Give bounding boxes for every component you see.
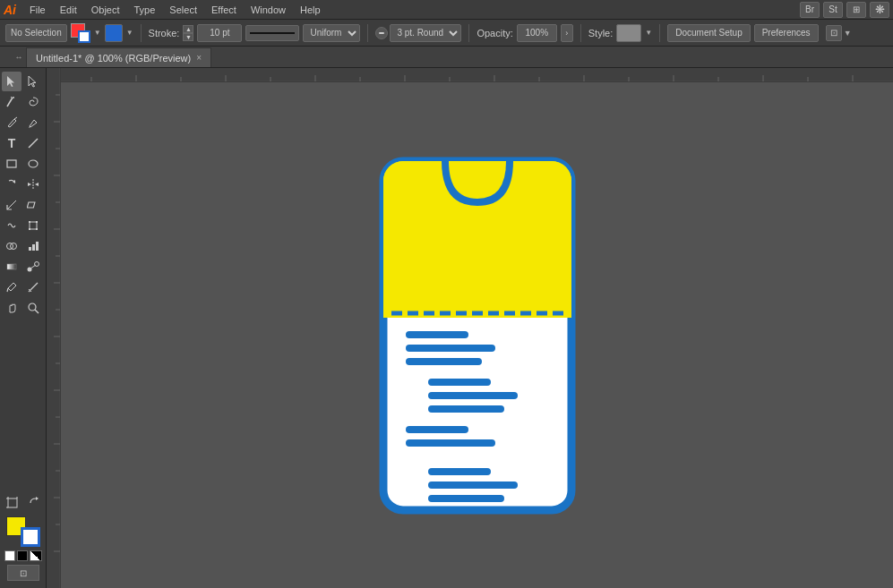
svg-line-29 bbox=[7, 288, 8, 292]
main-layout: T bbox=[0, 68, 893, 588]
cloud-icon-btn[interactable]: ❋ bbox=[870, 2, 889, 18]
tool-zoom[interactable] bbox=[23, 298, 43, 318]
stroke-cap-icon[interactable] bbox=[375, 27, 388, 39]
tool-eyedropper[interactable] bbox=[2, 277, 21, 297]
sep4 bbox=[580, 24, 581, 42]
stroke-color-inner[interactable] bbox=[78, 30, 90, 43]
document-tab[interactable]: Untitled-1* @ 100% (RGB/Preview) × bbox=[26, 47, 211, 67]
stroke-color-box[interactable] bbox=[105, 24, 123, 42]
stroke-cap-select[interactable]: 3 pt. Round bbox=[390, 24, 461, 42]
opacity-input[interactable] bbox=[517, 24, 557, 42]
stroke-indicator[interactable] bbox=[21, 527, 40, 547]
tool-free-transform[interactable] bbox=[23, 216, 43, 235]
badge-illustration bbox=[379, 157, 576, 515]
fill-stroke-color[interactable] bbox=[71, 23, 90, 43]
svg-marker-12 bbox=[35, 183, 39, 186]
tool-direct-selection[interactable] bbox=[23, 72, 43, 91]
tool-lasso[interactable] bbox=[23, 92, 43, 112]
menu-effect[interactable]: Effect bbox=[205, 3, 243, 17]
tool-artboard[interactable] bbox=[3, 493, 22, 513]
tool-row-10 bbox=[2, 257, 44, 277]
color-mode-row bbox=[4, 550, 42, 561]
tool-scale[interactable] bbox=[2, 195, 21, 215]
tool-pen[interactable] bbox=[2, 113, 21, 132]
menu-type[interactable]: Type bbox=[128, 3, 162, 17]
tab-scroll-left[interactable]: ↔ bbox=[12, 47, 26, 67]
stroke-down-arrow[interactable]: ▼ bbox=[183, 33, 193, 41]
tool-measure[interactable] bbox=[23, 277, 43, 297]
ruler-left bbox=[47, 68, 61, 588]
svg-rect-93 bbox=[428, 481, 518, 489]
bridge-icon-btn[interactable]: Br bbox=[800, 2, 820, 18]
sep5 bbox=[659, 24, 660, 42]
tool-shear[interactable] bbox=[23, 195, 43, 215]
menu-file[interactable]: File bbox=[23, 3, 52, 17]
sep1 bbox=[141, 24, 142, 42]
screen-mode-btn[interactable]: ⊡ bbox=[7, 565, 39, 581]
artboard-container bbox=[61, 82, 893, 588]
svg-rect-86 bbox=[406, 358, 482, 365]
svg-rect-85 bbox=[406, 345, 495, 352]
menu-select[interactable]: Select bbox=[163, 3, 203, 17]
tool-row-9 bbox=[2, 236, 44, 256]
svg-marker-39 bbox=[36, 497, 39, 500]
fill-dropdown-arrow[interactable]: ▼ bbox=[94, 29, 101, 37]
tool-pencil[interactable] bbox=[23, 113, 43, 132]
tool-magic-wand[interactable] bbox=[2, 92, 21, 112]
tool-row-3 bbox=[2, 113, 44, 132]
toolbar: No Selection ▼ ▼ Stroke: ▲ ▼ Uniform 3 p… bbox=[0, 20, 893, 47]
stroke-dropdown-arrow[interactable]: ▼ bbox=[126, 29, 133, 37]
stroke-line-visual bbox=[250, 32, 295, 34]
opacity-more-btn[interactable]: › bbox=[561, 24, 573, 42]
preferences-button[interactable]: Preferences bbox=[754, 24, 819, 42]
tool-row-1 bbox=[2, 72, 44, 91]
black-mode-btn[interactable] bbox=[17, 550, 28, 561]
fill-stroke-indicator[interactable] bbox=[6, 516, 40, 547]
doc-setup-button[interactable]: Document Setup bbox=[667, 24, 751, 42]
stroke-uniform-select[interactable]: Uniform bbox=[303, 24, 360, 42]
svg-rect-25 bbox=[7, 264, 16, 269]
stock-icon-btn[interactable]: St bbox=[823, 2, 843, 18]
normal-mode-btn[interactable] bbox=[4, 550, 15, 561]
menu-edit[interactable]: Edit bbox=[54, 3, 83, 17]
stroke-up-arrow[interactable]: ▲ bbox=[183, 25, 193, 33]
sep2 bbox=[367, 24, 368, 42]
arrange-icon[interactable]: ⊡ bbox=[826, 25, 842, 41]
tool-shape-builder[interactable] bbox=[2, 236, 21, 256]
tool-row-6 bbox=[2, 175, 44, 194]
opacity-label: Opacity: bbox=[477, 28, 512, 38]
tool-reflect[interactable] bbox=[23, 175, 43, 194]
menu-help[interactable]: Help bbox=[294, 3, 327, 17]
style-dropdown-arrow[interactable]: ▼ bbox=[645, 29, 652, 37]
tool-gradient[interactable] bbox=[2, 257, 21, 277]
tool-graph[interactable] bbox=[23, 236, 43, 256]
tool-rectangle[interactable] bbox=[2, 154, 21, 174]
menu-window[interactable]: Window bbox=[245, 3, 292, 17]
svg-point-8 bbox=[29, 160, 38, 167]
tool-selection[interactable] bbox=[2, 72, 21, 91]
mixed-mode-btn[interactable] bbox=[30, 550, 42, 561]
tool-rotate[interactable] bbox=[2, 175, 21, 194]
tool-row-5 bbox=[2, 154, 44, 174]
tool-hand[interactable] bbox=[2, 298, 21, 318]
svg-rect-18 bbox=[29, 228, 30, 230]
stroke-style-preview[interactable] bbox=[245, 25, 299, 41]
stroke-value-input[interactable] bbox=[197, 24, 242, 42]
workspace-icon-btn[interactable]: ⊞ bbox=[846, 2, 866, 18]
tool-row-2 bbox=[2, 92, 44, 112]
svg-rect-90 bbox=[406, 426, 468, 433]
tool-line-segment[interactable] bbox=[23, 133, 43, 153]
bottom-tools: ⊡ bbox=[2, 493, 44, 584]
menu-object[interactable]: Object bbox=[85, 3, 126, 17]
style-color-box[interactable] bbox=[616, 24, 641, 42]
tab-bar: ↔ Untitled-1* @ 100% (RGB/Preview) × bbox=[0, 47, 893, 68]
tool-row-11 bbox=[2, 277, 44, 297]
tool-type[interactable]: T bbox=[2, 133, 21, 153]
tool-ellipse[interactable] bbox=[23, 154, 43, 174]
tool-blend[interactable] bbox=[23, 257, 43, 277]
arrange-dropdown[interactable]: ▼ bbox=[844, 29, 852, 38]
tool-rotate-view[interactable] bbox=[24, 493, 44, 513]
tab-close-btn[interactable]: × bbox=[196, 53, 202, 63]
tool-warp[interactable] bbox=[2, 216, 21, 235]
tool-row-7 bbox=[2, 195, 44, 215]
